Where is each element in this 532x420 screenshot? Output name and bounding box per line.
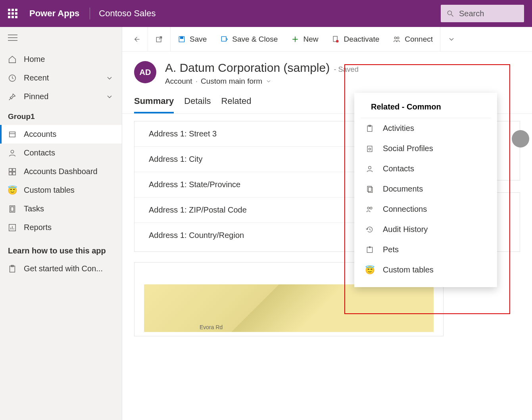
- sidebar-item-accounts[interactable]: Accounts: [0, 125, 122, 144]
- deactivate-icon: [332, 35, 340, 43]
- connect-label: Connect: [405, 35, 433, 44]
- person-icon: [365, 165, 374, 173]
- related-contacts[interactable]: Contacts: [354, 159, 497, 179]
- svg-point-0: [447, 11, 451, 15]
- nav-label: Home: [24, 55, 45, 64]
- svg-rect-11: [13, 168, 15, 171]
- tab-details[interactable]: Details: [184, 96, 211, 113]
- sidebar-item-label: Contacts: [24, 148, 55, 157]
- search-icon: [446, 10, 454, 17]
- tab-summary[interactable]: Summary: [134, 96, 174, 113]
- back-button[interactable]: [126, 27, 147, 51]
- clipboard-gear-icon: [365, 144, 374, 153]
- sidebar-item-label: Accounts: [24, 130, 56, 139]
- save-close-button[interactable]: Save & Close: [214, 27, 284, 51]
- map-preview[interactable]: [144, 284, 434, 332]
- entity-name: Account: [165, 77, 192, 86]
- search-placeholder: Search: [459, 9, 484, 18]
- dot-separator: ·: [196, 77, 198, 86]
- overflow-button[interactable]: [441, 27, 462, 51]
- popout-button[interactable]: [149, 27, 169, 51]
- divider: [90, 8, 90, 19]
- related-item-label: Activities: [383, 124, 414, 133]
- tab-related[interactable]: Related: [221, 96, 252, 113]
- sidebar-item-label: Get started with Con...: [24, 264, 103, 273]
- sidebar-item-label: Reports: [24, 223, 52, 232]
- related-item-label: Documents: [383, 184, 423, 194]
- chevron-down-icon[interactable]: [265, 78, 272, 84]
- home-icon: [8, 55, 17, 64]
- hamburger-button[interactable]: [0, 34, 122, 50]
- nav-label: Recent: [24, 73, 49, 82]
- related-documents[interactable]: Documents: [354, 179, 497, 199]
- dashboard-icon: [8, 167, 17, 176]
- svg-rect-7: [10, 132, 15, 137]
- sidebar-item-tasks[interactable]: Tasks: [0, 199, 122, 218]
- avatar: AD: [134, 61, 156, 83]
- sidebar-item-contacts[interactable]: Contacts: [0, 144, 122, 162]
- clipboard-icon: [365, 124, 374, 133]
- svg-point-9: [11, 150, 13, 153]
- related-connections[interactable]: Connections: [354, 199, 497, 219]
- related-item-label: Connections: [383, 205, 427, 214]
- separator: [170, 27, 171, 52]
- brand-title: Power Apps: [29, 8, 79, 19]
- svg-point-36: [369, 166, 371, 169]
- connect-button[interactable]: Connect: [386, 27, 439, 51]
- connect-icon: [393, 35, 401, 43]
- related-dropdown: Related - Common Activities Social Profi…: [354, 93, 497, 287]
- sidebar-item-custom-tables[interactable]: 😇 Custom tables: [0, 181, 122, 199]
- new-label: New: [303, 35, 318, 44]
- sidenav: Home Recent Pinned Group1 Accounts Conta…: [0, 27, 122, 420]
- new-button[interactable]: New: [285, 27, 325, 51]
- related-pets[interactable]: Pets: [354, 240, 497, 260]
- command-bar: Save Save & Close New Deactivate Connect: [122, 27, 532, 52]
- nav-home[interactable]: Home: [0, 50, 122, 69]
- save-icon: [178, 35, 186, 43]
- history-icon: [365, 225, 374, 234]
- related-social[interactable]: Social Profiles: [354, 138, 497, 159]
- clipboard-icon: [8, 265, 17, 273]
- svg-rect-13: [13, 172, 15, 175]
- svg-rect-15: [11, 207, 13, 211]
- svg-rect-10: [9, 168, 12, 171]
- search-input[interactable]: Search: [441, 5, 524, 22]
- hamburger-icon: [8, 34, 17, 41]
- form-selector[interactable]: Custom main form: [201, 77, 262, 86]
- sidebar-item-getstarted[interactable]: Get started with Con...: [0, 259, 122, 278]
- related-item-label: Audit History: [383, 225, 428, 234]
- sidebar-item-label: Accounts Dashboard: [24, 167, 98, 176]
- plus-icon: [291, 35, 299, 43]
- sidebar-item-reports[interactable]: Reports: [0, 218, 122, 237]
- svg-rect-25: [222, 36, 227, 41]
- svg-line-1: [451, 15, 453, 17]
- svg-point-29: [336, 40, 339, 42]
- person-icon: [8, 149, 17, 157]
- save-button[interactable]: Save: [171, 27, 213, 51]
- sidebar-item-dashboard[interactable]: Accounts Dashboard: [0, 162, 122, 181]
- svg-point-35: [369, 148, 371, 150]
- saved-status: - Saved: [334, 65, 359, 73]
- chevron-down-icon: [105, 92, 114, 101]
- list-icon: [8, 130, 17, 139]
- sidebar-item-label: Custom tables: [24, 186, 75, 195]
- related-custom-tables[interactable]: 😇 Custom tables: [354, 260, 497, 280]
- clock-icon: [8, 74, 17, 82]
- deactivate-label: Deactivate: [344, 35, 379, 44]
- related-activities[interactable]: Activities: [354, 118, 497, 138]
- app-launcher-icon[interactable]: [8, 9, 17, 18]
- save-label: Save: [190, 35, 207, 44]
- group-label: Group1: [0, 106, 122, 125]
- chevron-down-icon: [447, 35, 455, 43]
- pin-icon: [8, 92, 17, 101]
- related-item-label: Pets: [383, 245, 399, 254]
- svg-line-6: [9, 98, 11, 100]
- emoji-icon: 😇: [8, 186, 17, 195]
- main-area: Save Save & Close New Deactivate Connect: [122, 27, 532, 420]
- nav-pinned[interactable]: Pinned: [0, 87, 122, 106]
- record-title: A. Datum Corporation (sample): [165, 61, 330, 74]
- document-icon: [8, 205, 17, 213]
- related-audit[interactable]: Audit History: [354, 219, 497, 240]
- nav-recent[interactable]: Recent: [0, 69, 122, 87]
- deactivate-button[interactable]: Deactivate: [325, 27, 386, 51]
